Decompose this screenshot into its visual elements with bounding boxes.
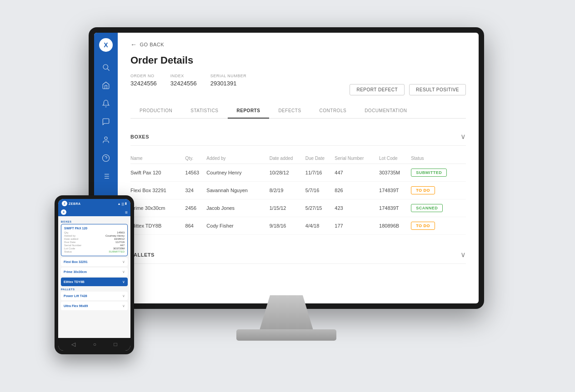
serial-value: 29301391 [210, 80, 237, 87]
search-icon[interactable] [99, 60, 113, 74]
phone-item-ultraflex-header: Ultra Flex 96x89 ∨ [64, 304, 125, 308]
phone-field-added-by: Added by Courtney Henry [64, 234, 125, 237]
order-no-label: ORDER NO [130, 74, 157, 78]
cell-name: Elittex TDY8B [130, 217, 185, 235]
table-header-row: Name Qty. Added by Date added Due Date S… [130, 153, 466, 164]
back-arrow-icon: ← [130, 41, 137, 48]
boxes-chevron-icon: ∨ [460, 132, 466, 141]
scene: X [0, 0, 575, 392]
phone-field-serial: Serial Number 447 [64, 244, 125, 247]
pallets-section-header[interactable]: PALLETS ∨ [130, 246, 466, 264]
go-back-link[interactable]: ← GO BACK [130, 41, 466, 48]
svg-point-0 [103, 65, 108, 69]
cell-added-by: Jacob Jones [206, 199, 269, 217]
phone-nav: ◁ ○ □ [58, 338, 130, 351]
phone-item-swift-title: SWIFT PAX 120 [64, 227, 125, 230]
cell-name: Flexi Box 32291 [130, 182, 185, 199]
tab-production[interactable]: PRODUCTION [130, 104, 181, 119]
index-value: 32424556 [170, 80, 197, 87]
ultraflex-chevron-icon: ∨ [122, 304, 125, 308]
phone-field-lot: Lot Code 303735M [64, 247, 125, 250]
cell-status: TO DO [411, 217, 466, 235]
cell-serial: 177 [335, 217, 379, 235]
phone-logo: Z ZEBRA [62, 201, 81, 206]
cell-due-date: 5/27/15 [305, 199, 335, 217]
phone-item-ultraflex[interactable]: Ultra Flex 96x89 ∨ [61, 302, 128, 310]
phone-field-date-added: Date added 10/28/12 [64, 238, 125, 240]
list-icon[interactable] [99, 169, 113, 184]
status-badge: SCANNED [411, 204, 443, 212]
tab-statistics[interactable]: STATISTICS [181, 104, 227, 119]
boxes-table-body: Swift Pax 120 14563 Courtney Henry 10/28… [130, 164, 466, 235]
status-badge: TO DO [411, 222, 435, 230]
svg-point-2 [105, 137, 107, 139]
phone-item-elittex[interactable]: Elittex TDY8B ∨ [61, 278, 128, 286]
phone-item-powerlift[interactable]: Power Lift T428 ∨ [61, 292, 128, 300]
phone-recent-btn[interactable]: □ [114, 341, 117, 347]
tab-documentation[interactable]: DOCUMENTATION [355, 104, 416, 119]
order-meta: ORDER NO 32424556 INDEX 32424556 SERIAL … [130, 74, 246, 87]
phone-close-icon[interactable]: X [61, 209, 66, 215]
serial-group: SERIAL NUMBER 29301391 [210, 74, 247, 87]
col-added-by: Added by [206, 153, 269, 164]
col-serial: Serial Number [335, 153, 379, 164]
chat-icon[interactable] [99, 114, 113, 129]
bell-icon[interactable] [99, 96, 113, 111]
sidebar-logo[interactable]: X [99, 38, 113, 52]
report-defect-button[interactable]: REPORT DEFECT [350, 84, 405, 95]
phone-item-flexi[interactable]: Flexi Box 32291 ∨ [61, 258, 128, 266]
phone: Z ZEBRA ▲ ||| ▮ X ≡ BOXES [55, 195, 134, 354]
boxes-section-header[interactable]: BOXES ∨ [130, 128, 466, 146]
user-icon[interactable] [99, 133, 113, 147]
tab-defects[interactable]: DEFECTS [269, 104, 310, 119]
cell-status: TO DO [411, 182, 466, 199]
tab-controls[interactable]: CONTROLS [310, 104, 356, 119]
go-back-label: GO BACK [140, 42, 165, 47]
cell-qty: 864 [185, 217, 207, 235]
flexi-chevron-icon: ∨ [122, 260, 125, 264]
phone-item-prime[interactable]: Prime 30x30cm ∨ [61, 268, 128, 276]
phone-field-due-date: Due Date 11/7/16 [64, 241, 125, 243]
cell-date-added: 9/18/16 [270, 217, 305, 235]
tabs-bar: PRODUCTION STATISTICS REPORTS DEFECTS CO… [130, 104, 466, 119]
phone-status-bar: Z ZEBRA ▲ ||| ▮ [58, 199, 130, 208]
page-title: Order Details [130, 55, 466, 66]
svg-line-1 [107, 69, 109, 70]
home-icon[interactable] [99, 78, 113, 93]
monitor-screen: X [94, 33, 479, 303]
powerlift-chevron-icon: ∨ [122, 294, 125, 298]
phone-home-btn[interactable]: ○ [93, 341, 96, 347]
cell-lot-code: 174839T [379, 182, 411, 199]
cell-qty: 2456 [185, 199, 207, 217]
phone-screen: Z ZEBRA ▲ ||| ▮ X ≡ BOXES [58, 199, 130, 351]
cell-lot-code: 180896B [379, 217, 411, 235]
phone-body: BOXES SWIFT PAX 120 Qty. 14563 Added by … [58, 216, 130, 338]
cell-qty: 14563 [185, 164, 207, 182]
phone-item-elittex-header: Elittex TDY8B ∨ [64, 280, 125, 284]
col-status: Status [411, 153, 466, 164]
action-buttons: REPORT DEFECT RESULT POSITIVE [350, 84, 466, 95]
col-name: Name [130, 153, 185, 164]
table-row: Swift Pax 120 14563 Courtney Henry 10/28… [130, 164, 466, 182]
cell-added-by: Cody Fisher [206, 217, 269, 235]
cell-date-added: 1/15/12 [270, 199, 305, 217]
cell-status: SCANNED [411, 199, 466, 217]
cell-lot-code: 303735M [379, 164, 411, 182]
help-icon[interactable] [99, 151, 113, 165]
phone-item-swift[interactable]: SWIFT PAX 120 Qty. 14563 Added by Courtn… [61, 224, 128, 256]
tab-reports[interactable]: REPORTS [228, 104, 270, 119]
signal-icon: ||| [122, 202, 124, 205]
cell-due-date: 4/4/18 [305, 217, 335, 235]
cell-added-by: Savannah Nguyen [206, 182, 269, 199]
phone-back-btn[interactable]: ◁ [71, 341, 75, 347]
col-lot-code: Lot Code [379, 153, 411, 164]
serial-label: SERIAL NUMBER [210, 74, 247, 78]
phone-item-flexi-header: Flexi Box 32291 ∨ [64, 260, 125, 264]
phone-menu-icon[interactable]: ≡ [125, 210, 128, 215]
result-positive-button[interactable]: RESULT POSITIVE [409, 84, 466, 95]
cell-added-by: Courtney Henry [206, 164, 269, 182]
main-content: ← GO BACK Order Details ORDER NO 3242455… [118, 33, 479, 303]
col-qty: Qty. [185, 153, 207, 164]
phone-item-prime-header: Prime 30x30cm ∨ [64, 270, 125, 274]
cell-date-added: 10/28/12 [270, 164, 305, 182]
